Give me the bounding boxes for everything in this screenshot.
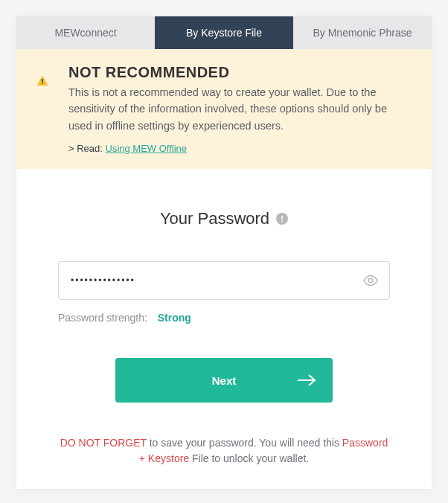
svg-point-2 [368, 279, 373, 283]
info-icon[interactable]: ! [276, 213, 288, 225]
password-heading: Your Password ! [160, 209, 288, 228]
strength-label: Password strength: [58, 312, 147, 324]
next-button[interactable]: Next [115, 358, 333, 403]
svg-rect-0 [42, 79, 43, 83]
warning-body: This is not a recommended way to create … [68, 84, 412, 134]
warning-title: NOT RECOMMENDED [68, 64, 412, 81]
password-strength: Password strength: Strong [58, 312, 390, 324]
warning-read-prefix: > Read: [68, 143, 106, 154]
strength-value: Strong [158, 312, 191, 324]
next-label: Next [212, 374, 237, 387]
eye-icon [362, 272, 379, 289]
warning-read-line: > Read: Using MEW Offline [68, 143, 412, 154]
toggle-visibility-button[interactable] [362, 272, 380, 289]
password-input-wrap [58, 261, 390, 300]
warning-icon [31, 64, 54, 154]
svg-rect-1 [42, 83, 43, 85]
tab-mewconnect[interactable]: MEWconnect [16, 16, 155, 49]
create-wallet-card: MEWconnect By Keystore File By Mnemonic … [16, 16, 432, 489]
tab-keystore-file[interactable]: By Keystore File [155, 16, 293, 49]
warning-banner: NOT RECOMMENDED This is not a recommende… [16, 49, 432, 169]
footer-note: DO NOT FORGET to save your password. You… [58, 435, 390, 467]
password-section: Your Password ! Password strength: Stron… [16, 169, 432, 489]
using-mew-offline-link[interactable]: Using MEW Offline [106, 143, 188, 154]
password-input[interactable] [58, 261, 390, 300]
footer-do-not-forget: DO NOT FORGET [60, 437, 147, 449]
warning-content: NOT RECOMMENDED This is not a recommende… [68, 64, 412, 154]
method-tabs: MEWconnect By Keystore File By Mnemonic … [16, 16, 432, 49]
password-heading-text: Your Password [160, 209, 269, 228]
tab-mnemonic-phrase[interactable]: By Mnemonic Phrase [293, 16, 432, 49]
arrow-right-icon [297, 374, 316, 387]
footer-text-2: File to unlock your wallet. [189, 452, 309, 464]
footer-text-1: to save your password. You will need thi… [147, 437, 342, 449]
